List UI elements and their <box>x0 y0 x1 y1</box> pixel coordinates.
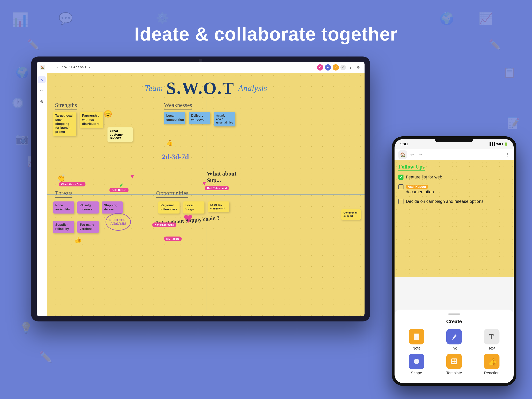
checkbox-3[interactable] <box>399 199 404 204</box>
create-shape-item[interactable]: Shape <box>399 354 434 375</box>
reaction-icon: 👍 <box>484 354 500 369</box>
svg-rect-8 <box>452 362 454 363</box>
opportunities-label: Opportunities <box>156 190 188 198</box>
follow-up-text-2-wrapper: Aadi Kapoor documentation <box>406 184 434 195</box>
sticky-t5[interactable]: Too many versions <box>77 221 99 233</box>
panel-handle <box>448 314 460 315</box>
svg-text:👍: 👍 <box>488 358 496 366</box>
tablet-bezel: 🏠 ← → SWOT Analysis ▾ C A K +2 ⇪ ⚙ ↖ ✏ ⊕ <box>37 62 365 316</box>
swot-team-label: Team <box>145 83 163 93</box>
sticky-o1[interactable]: Regional influencers <box>158 201 180 213</box>
sticky-s1[interactable]: Target local peak shopping for launch pr… <box>53 112 76 136</box>
clap-emoji: 👏 <box>57 174 66 182</box>
side-toolbar: ↖ ✏ ⊕ <box>37 73 47 316</box>
create-text-item[interactable]: T Text <box>475 329 509 350</box>
create-note-item[interactable]: Note <box>399 329 434 350</box>
phone-more-button[interactable]: ⋮ <box>506 152 510 157</box>
template-label: Template <box>446 371 462 375</box>
follow-up-item-1: ✓ Feature list for web <box>399 174 510 180</box>
sticky-gcr[interactable]: Great customer reviews <box>108 127 133 142</box>
tablet-canvas[interactable]: Team S.W.O.T Analysis Strengths Weakness… <box>47 73 365 316</box>
sticky-community[interactable]: Community support <box>341 209 361 220</box>
checkmark-emoji: ✔ <box>119 182 124 188</box>
follow-up-text-2: documentation <box>406 189 434 195</box>
forward-button[interactable]: → <box>54 65 59 70</box>
phone-back-button[interactable]: ↩ <box>409 152 415 158</box>
tablet-camera <box>199 59 202 62</box>
badge-karl1: Karl Raberstand <box>205 186 229 190</box>
phone-toolbar-right: ⋮ <box>506 152 510 157</box>
signal-icon: ▐▐▐ <box>488 142 495 146</box>
wifi-icon: WiFi <box>496 142 503 146</box>
checkbox-1[interactable]: ✓ <box>399 174 404 180</box>
sticky-t2[interactable]: 9% mfg increase <box>77 201 99 213</box>
sticky-s2[interactable]: Partnership with top distributors <box>80 112 103 128</box>
svg-rect-0 <box>414 334 419 340</box>
arrow-down-2: ▶ <box>202 182 207 186</box>
follow-up-item-2: Aadi Kapoor documentation <box>399 184 510 195</box>
phone-toolbar: 🏠 ↩ ↪ ⋮ <box>394 149 514 160</box>
arrow-down-1: ▶ <box>130 175 135 179</box>
phone-status-bar: 9:41 ▐▐▐ WiFi 🔋 <box>400 142 508 146</box>
checkbox-2[interactable] <box>399 184 404 189</box>
back-button[interactable]: ← <box>47 65 52 70</box>
create-title: Create <box>399 319 509 325</box>
add-tool[interactable]: ⊕ <box>38 98 45 105</box>
create-reaction-item[interactable]: 👍 Reaction <box>475 354 509 375</box>
phone-forward-button[interactable]: ↪ <box>417 152 423 158</box>
reaction-label: Reaction <box>484 371 500 375</box>
svg-rect-7 <box>455 360 456 361</box>
svg-rect-1 <box>415 335 418 335</box>
tablet-toolbar: 🏠 ← → SWOT Analysis ▾ C A K +2 ⇪ ⚙ <box>37 62 365 73</box>
svg-rect-5 <box>451 359 457 364</box>
sticky-t1[interactable]: Price variability <box>53 201 74 213</box>
swot-analysis-label: Analysis <box>238 83 267 93</box>
share-icon[interactable]: ⇪ <box>347 64 354 71</box>
create-template-item[interactable]: Template <box>437 354 471 375</box>
create-items-grid: Note Ink T Text <box>399 329 509 375</box>
more-avatars[interactable]: +2 <box>340 65 346 70</box>
sticky-o3[interactable]: Local gov engagement <box>208 201 229 212</box>
select-tool[interactable]: ↖ <box>38 76 45 83</box>
vertical-divider <box>206 100 206 316</box>
text-label: Text <box>488 346 495 350</box>
badge-beth: Beth Davies <box>109 188 128 192</box>
phone-status-icons: ▐▐▐ WiFi 🔋 <box>488 142 508 146</box>
need-cost-circle: NEED COST ANALYSIS <box>106 213 131 231</box>
shape-icon <box>409 354 424 369</box>
avatar-2: A <box>325 64 331 71</box>
aadi-badge: Aadi Kapoor <box>406 185 428 189</box>
create-panel: Create Note Ink <box>394 309 514 383</box>
pen-tool[interactable]: ✏ <box>38 87 45 94</box>
sticky-t4[interactable]: Supplier reliability <box>53 221 74 233</box>
home-icon[interactable]: 🏠 <box>40 65 45 70</box>
weaknesses-label: Weaknesses <box>164 102 192 109</box>
sticky-t3[interactable]: Shipping delays <box>102 201 123 213</box>
chevron-down-icon: ▾ <box>89 66 90 69</box>
follow-up-text-1: Feature list for web <box>406 174 442 180</box>
badge-karl2: Karl Raberstand <box>152 223 177 227</box>
ink-icon <box>446 329 462 344</box>
smiley-emoji: 😊 <box>104 110 112 118</box>
page-title: Ideate & collaborate together <box>0 23 532 45</box>
sticky-w2[interactable]: Delivery windows <box>189 112 210 124</box>
svg-rect-2 <box>415 336 418 336</box>
toolbar-right-section: C A K +2 ⇪ ⚙ <box>317 64 361 71</box>
handwrite-sup: What aboutSup... <box>207 170 237 184</box>
sticky-w1[interactable]: Local competition <box>164 112 185 124</box>
ink-label: Ink <box>452 346 457 350</box>
note-label: Note <box>412 346 421 350</box>
phone-notch <box>435 136 474 142</box>
badge-mr-rogers: Mr. Rogers <box>164 237 182 241</box>
follow-ups-title: Follow Ups <box>399 164 425 171</box>
shape-label: Shape <box>411 371 422 375</box>
phone-canvas: Follow Ups ✓ Feature list for web Aadi K… <box>394 160 514 277</box>
settings-icon[interactable]: ⚙ <box>355 64 361 71</box>
tablet-device: 🏠 ← → SWOT Analysis ▾ C A K +2 ⇪ ⚙ ↖ ✏ ⊕ <box>31 57 370 322</box>
follow-up-text-3: Decide on campaign and release options <box>406 199 483 204</box>
create-ink-item[interactable]: Ink <box>437 329 471 350</box>
phone-home-button[interactable]: 🏠 <box>399 150 407 159</box>
sticky-w3[interactable]: Supply chain uncertainties <box>214 112 235 126</box>
swot-main-label: S.W.O.T <box>166 78 234 98</box>
svg-point-4 <box>414 359 419 364</box>
